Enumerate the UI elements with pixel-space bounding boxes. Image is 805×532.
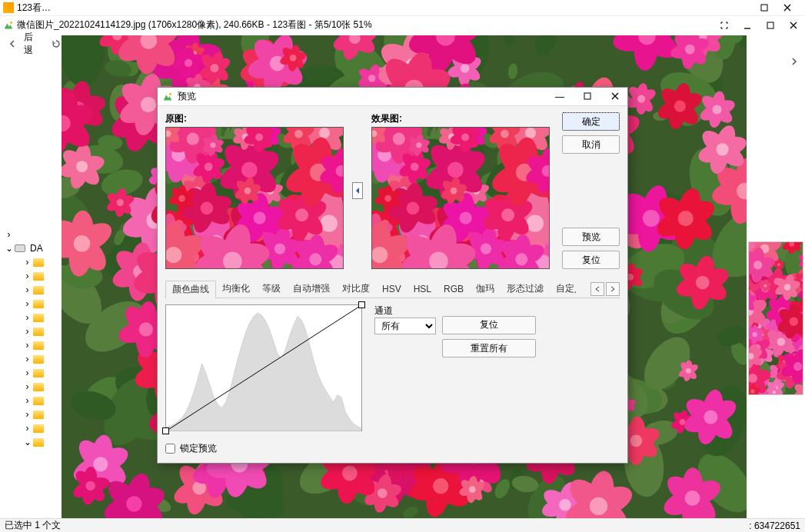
- tab-4[interactable]: 对比度: [336, 280, 376, 298]
- reset-button[interactable]: 复位: [562, 251, 620, 269]
- chevron-right-icon[interactable]: ›: [23, 341, 32, 350]
- back-arrow-icon[interactable]: [6, 39, 18, 48]
- svg-point-932: [290, 55, 297, 62]
- tree-item[interactable]: ›: [0, 255, 62, 269]
- swap-left-icon[interactable]: [352, 182, 363, 199]
- dialog-titlebar[interactable]: 预览 —: [158, 88, 627, 106]
- status-left: 已选中 1 个文: [5, 519, 61, 532]
- chevron-down-icon[interactable]: ⌄: [23, 438, 32, 447]
- svg-point-2108: [525, 128, 536, 138]
- chevron-right-icon[interactable]: ›: [23, 314, 32, 322]
- folder-icon: [33, 300, 44, 308]
- chevron-right-icon[interactable]: ›: [23, 286, 32, 294]
- tree-item[interactable]: ›: [0, 324, 62, 338]
- svg-point-2241: [384, 195, 391, 202]
- outer-close-icon[interactable]: [776, 0, 799, 15]
- lock-preview-checkbox[interactable]: [165, 444, 175, 454]
- svg-point-1885: [205, 162, 213, 171]
- tree-item[interactable]: ⌄: [0, 435, 62, 449]
- svg-point-232: [461, 64, 470, 73]
- thumbnail[interactable]: [748, 241, 803, 395]
- svg-point-540: [559, 499, 571, 511]
- chevron-right-icon[interactable]: ›: [23, 300, 32, 308]
- tree-item[interactable]: ›: [0, 311, 62, 324]
- svg-point-337: [185, 59, 192, 67]
- folder-icon: [33, 314, 44, 322]
- svg-point-1471: [753, 261, 762, 269]
- channel-select[interactable]: 所有: [374, 318, 436, 334]
- folder-icon: [33, 424, 44, 433]
- next-arrow-icon[interactable]: [753, 52, 799, 71]
- chevron-right-icon[interactable]: ›: [5, 231, 13, 239]
- chevron-right-icon[interactable]: ›: [23, 424, 32, 433]
- svg-point-1457: [753, 332, 757, 337]
- minimize-icon[interactable]: [736, 18, 759, 33]
- curve-handle-high[interactable]: [358, 301, 365, 308]
- tree-item[interactable]: ›: [0, 297, 62, 311]
- curve-handle-low[interactable]: [162, 427, 169, 434]
- tab-2[interactable]: 等级: [256, 280, 287, 298]
- tab-7[interactable]: RGB: [437, 280, 470, 298]
- tree-item[interactable]: ›: [0, 421, 62, 435]
- dialog-maximize-icon[interactable]: [580, 91, 595, 102]
- svg-point-2220: [461, 133, 469, 141]
- curve-editor[interactable]: [165, 304, 362, 431]
- preview-button[interactable]: 预览: [562, 228, 620, 246]
- tab-8[interactable]: 伽玛: [470, 280, 501, 298]
- chevron-right-icon[interactable]: ›: [23, 258, 32, 267]
- outer-maximize-icon[interactable]: [753, 0, 776, 15]
- tab-3[interactable]: 自动增强: [287, 280, 336, 298]
- svg-point-379: [74, 235, 91, 252]
- svg-point-687: [713, 105, 722, 114]
- tree-item[interactable]: ›: [0, 407, 62, 421]
- svg-point-2150: [451, 188, 457, 195]
- back-label[interactable]: 后退: [24, 31, 39, 57]
- chevron-right-icon[interactable]: ›: [23, 328, 32, 336]
- fullscreen-icon[interactable]: [713, 18, 736, 33]
- maximize-icon[interactable]: [759, 18, 782, 33]
- chevron-down-icon[interactable]: ⌄: [5, 244, 13, 253]
- cancel-button[interactable]: 取消: [562, 135, 620, 154]
- svg-point-1724: [319, 128, 330, 138]
- chevron-right-icon[interactable]: ›: [23, 369, 32, 377]
- close-icon[interactable]: [782, 18, 805, 33]
- tab-9[interactable]: 形态过滤: [501, 280, 550, 298]
- tree-item[interactable]: ›: [0, 352, 62, 366]
- svg-point-1857: [178, 195, 185, 202]
- tab-0[interactable]: 颜色曲线: [165, 281, 216, 299]
- tree-item[interactable]: ›: [0, 380, 62, 394]
- svg-point-1850: [201, 202, 214, 215]
- folder-tree[interactable]: › ⌄DA ›››››››››››››⌄: [0, 35, 62, 518]
- tab-5[interactable]: HSV: [376, 280, 407, 298]
- svg-point-1794: [274, 243, 285, 254]
- svg-point-743: [637, 95, 645, 102]
- folder-icon: [33, 328, 44, 336]
- chevron-right-icon[interactable]: ›: [23, 355, 32, 364]
- original-preview[interactable]: [165, 127, 344, 269]
- tree-item[interactable]: ›: [0, 338, 62, 352]
- tab-scroll-right[interactable]: [606, 282, 620, 296]
- preview-dialog: 预览 — 原图: 效果图: 确定 取消 预览 复位: [157, 87, 628, 464]
- svg-point-1752: [253, 211, 265, 224]
- tree-item[interactable]: ›: [0, 269, 62, 283]
- chevron-right-icon[interactable]: ›: [23, 383, 32, 391]
- reset-all-button[interactable]: 重置所有: [442, 339, 536, 357]
- tab-6[interactable]: HSL: [407, 280, 437, 298]
- tab-scroll-left[interactable]: [590, 282, 604, 296]
- reset-channel-button[interactable]: 复位: [442, 316, 536, 334]
- ok-button[interactable]: 确定: [562, 112, 620, 131]
- dialog-minimize-icon[interactable]: —: [552, 91, 567, 102]
- refresh-icon[interactable]: [50, 39, 62, 48]
- chevron-right-icon[interactable]: ›: [23, 397, 32, 405]
- result-preview[interactable]: [371, 127, 550, 269]
- tree-item[interactable]: ›: [0, 394, 62, 407]
- chevron-right-icon[interactable]: ›: [23, 272, 32, 281]
- tab-10[interactable]: 自定义: [550, 280, 576, 298]
- chevron-right-icon[interactable]: ›: [23, 411, 32, 419]
- dialog-close-icon[interactable]: [607, 91, 623, 102]
- original-label: 原图:: [165, 112, 344, 125]
- tree-item[interactable]: ›: [0, 366, 62, 380]
- app-icon: [3, 2, 14, 13]
- tab-1[interactable]: 均衡化: [216, 280, 256, 298]
- tree-item[interactable]: ›: [0, 283, 62, 297]
